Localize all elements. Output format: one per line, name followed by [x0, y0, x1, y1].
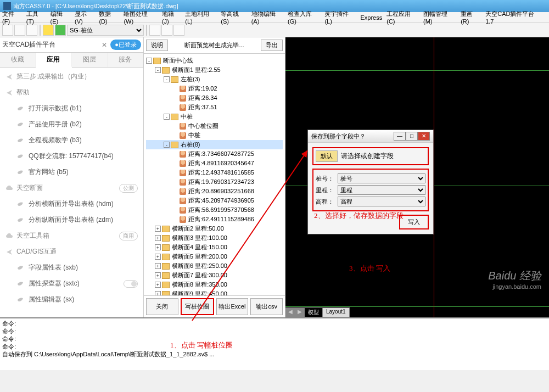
write-button[interactable]: 写入: [399, 215, 429, 229]
sidebar-group[interactable]: CAD/GIS互通: [1, 244, 142, 260]
tree-node[interactable]: +横断面8 里程:350.00: [146, 280, 283, 289]
action-button[interactable]: 输出csv: [250, 298, 283, 315]
tree-node[interactable]: +横断面4 里程:150.00: [146, 243, 283, 252]
tree-node[interactable]: 距离:37.51: [146, 103, 283, 112]
tree-node[interactable]: 距离:26.34: [146, 93, 283, 103]
sidebar-item[interactable]: 产品使用手册 (b2): [1, 116, 142, 132]
tool-b[interactable]: [161, 25, 172, 36]
tree-node[interactable]: -左桩(3): [146, 75, 283, 84]
tree-node[interactable]: 中心桩位圈: [146, 121, 283, 131]
sidebar-item[interactable]: 分析横断面并导出表格 (hdm): [1, 196, 142, 212]
tree-node[interactable]: +横断面6 里程:250.00: [146, 261, 283, 271]
tree-twisty[interactable]: -: [155, 67, 161, 73]
desc-button[interactable]: 说明: [146, 40, 168, 51]
tree-node[interactable]: 距离:3.73466074287725: [146, 149, 283, 159]
menu-item[interactable]: 地籍(J): [162, 10, 181, 25]
default-button[interactable]: 默认: [316, 150, 338, 162]
sidebar-item[interactable]: 属性探查器 (sxtc): [1, 276, 142, 292]
tool-new[interactable]: [2, 25, 13, 36]
tool-a[interactable]: [149, 25, 160, 36]
tree-twisty[interactable]: -: [164, 114, 170, 120]
field-select[interactable]: 桩号: [338, 173, 425, 183]
menu-item[interactable]: 天空CAD插件平台1.7: [485, 10, 542, 25]
menu-item[interactable]: 检查入库(G): [288, 10, 320, 25]
menu-item[interactable]: 等高线(S): [221, 10, 247, 25]
tree-twisty[interactable]: +: [155, 226, 161, 232]
left-tab[interactable]: 图层: [72, 53, 108, 67]
tree-twisty[interactable]: +: [155, 272, 161, 278]
sidebar-item[interactable]: 官方网站 (b5): [1, 164, 142, 180]
maximize-icon[interactable]: □: [406, 132, 418, 141]
toggle[interactable]: [124, 280, 138, 288]
tree-node[interactable]: 距离:4.89116920345647: [146, 159, 283, 168]
menu-item[interactable]: 工具(T): [26, 10, 46, 25]
tab-layout1[interactable]: Layout1: [322, 307, 350, 317]
sidebar-group[interactable]: 天空断面公测: [1, 180, 142, 196]
tree-twisty[interactable]: -: [164, 142, 170, 148]
tab-nav-left[interactable]: ◀: [285, 307, 295, 317]
tree-node[interactable]: -右桩(8): [146, 140, 283, 149]
sidebar-group[interactable]: 天空工具箱商用: [1, 228, 142, 244]
left-tab[interactable]: 收藏: [0, 53, 36, 67]
tree-node[interactable]: +横断面5 里程:200.00: [146, 252, 283, 261]
left-tab[interactable]: 服务: [108, 53, 143, 67]
menu-item[interactable]: 重画(R): [461, 10, 481, 25]
tree-twisty[interactable]: +: [155, 291, 161, 295]
menu-item[interactable]: 图幅管理(M): [423, 10, 456, 25]
login-badge[interactable]: ●已登录: [110, 40, 141, 50]
action-button[interactable]: 关闭: [146, 298, 178, 315]
tree-twisty[interactable]: -: [164, 76, 170, 82]
tree-node[interactable]: 距离:12.4937481616585: [146, 168, 283, 177]
tool-layer1[interactable]: [43, 25, 54, 36]
layer-select[interactable]: SG-桩位: [67, 25, 144, 36]
sidebar-item[interactable]: 全程视频教学 (b3): [1, 132, 142, 148]
tool-open[interactable]: [14, 25, 25, 36]
tree-node[interactable]: +横断面3 里程:100.00: [146, 233, 283, 243]
tree-node[interactable]: 距离:20.8969032251668: [146, 187, 283, 196]
tree-twisty[interactable]: +: [155, 263, 161, 269]
tree-node[interactable]: 距离:56.6919957370568: [146, 205, 283, 215]
menu-item[interactable]: 文件(F): [2, 10, 22, 25]
sidebar-item[interactable]: 分析纵断面并导出表格 (zdm): [1, 212, 142, 228]
sidebar-item[interactable]: 字段属性表 (sxb): [1, 260, 142, 276]
tree-node[interactable]: 距离:19.7690317234723: [146, 177, 283, 187]
menu-item[interactable]: Express: [360, 14, 382, 21]
sidebar-item[interactable]: 打开演示数据 (b1): [1, 100, 142, 116]
menu-item[interactable]: 土地利用(L): [185, 10, 216, 25]
tree-node[interactable]: 中桩: [146, 131, 283, 140]
menu-item[interactable]: 灵宇插件(L): [324, 10, 356, 25]
sidebar-group[interactable]: 帮助: [1, 85, 142, 100]
field-select[interactable]: 里程: [338, 185, 425, 195]
tree-node[interactable]: 距离:19.02: [146, 84, 283, 93]
tree-twisty[interactable]: +: [155, 244, 161, 250]
tree-node[interactable]: 距离:62.4911115289486: [146, 215, 283, 224]
sidebar-group[interactable]: 第三步:成果输出（内业）: [1, 69, 142, 85]
command-line[interactable]: 命令:命令:命令:命令:自动保存到 C:\Users\long\AppData\…: [0, 317, 549, 370]
tree-node[interactable]: 距离:45.2097474936905: [146, 196, 283, 205]
menu-item[interactable]: 显示(V): [75, 10, 94, 25]
menu-item[interactable]: 数据(D): [99, 10, 119, 25]
minimize-icon[interactable]: —: [394, 132, 406, 141]
tree-twisty[interactable]: +: [155, 282, 161, 288]
close-icon[interactable]: ✕: [102, 41, 107, 49]
menu-item[interactable]: 绘图处理(W): [124, 10, 157, 25]
tree-node[interactable]: -断面中心线: [146, 56, 283, 65]
action-button[interactable]: 写桩位圈: [181, 298, 214, 315]
tool-save[interactable]: [26, 25, 37, 36]
sidebar-item[interactable]: 属性编辑器 (sx): [1, 292, 142, 307]
sidebar-item[interactable]: QQ群交流群: 157747417(b4): [1, 148, 142, 164]
tree-twisty[interactable]: +: [155, 254, 161, 260]
tab-model[interactable]: 模型: [304, 307, 323, 317]
field-select[interactable]: 高程: [338, 197, 425, 206]
export-button[interactable]: 导出: [261, 40, 283, 51]
left-tab[interactable]: 应用: [36, 53, 71, 68]
tree-node[interactable]: -横断面1 里程:2.55: [146, 65, 283, 75]
tool-c[interactable]: [173, 25, 184, 36]
menu-item[interactable]: 地物编辑(A): [251, 10, 283, 25]
tree-node[interactable]: +横断面9 里程:450.00: [146, 289, 283, 295]
tree-node[interactable]: +横断面2 里程:50.00: [146, 224, 283, 233]
menu-item[interactable]: 工程应用(C): [386, 10, 419, 25]
tree-twisty[interactable]: +: [155, 235, 161, 241]
tool-layer2[interactable]: [55, 25, 66, 36]
close-icon[interactable]: ✕: [418, 132, 430, 141]
